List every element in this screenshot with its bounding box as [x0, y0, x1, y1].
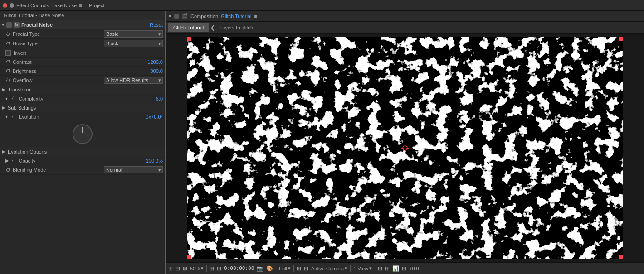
fractal-type-row: ⏱ Fractal Type Basic [0, 29, 165, 39]
base-noise-title: Base Noise [51, 3, 77, 8]
overflow-dropdown-wrapper: Allow HDR Results [104, 77, 163, 84]
opacity-value[interactable]: 100.0% [146, 158, 163, 163]
transform-expand[interactable]: ▶ [2, 87, 6, 92]
render-icon[interactable]: ⊞ [297, 265, 301, 272]
sub-settings-expand[interactable]: ▶ [2, 105, 6, 110]
corner-marker-br [619, 255, 623, 259]
opacity-expand[interactable]: ▶ [5, 158, 10, 163]
complexity-expand[interactable]: ▾ [5, 96, 10, 101]
camera-arrow: ▾ [345, 265, 347, 271]
tab-bar: Glitch Tutorial ❮ Layers to glitch [166, 22, 644, 34]
opacity-stopwatch[interactable]: ⏱ [11, 158, 17, 163]
zoom-dropdown[interactable]: 50% ▾ [190, 265, 204, 271]
preview-icon[interactable]: ⊞ [168, 265, 173, 272]
blending-mode-select[interactable]: Normal [104, 166, 163, 173]
tab-layers[interactable]: Layers to glitch [217, 24, 256, 32]
blending-mode-stopwatch[interactable]: ⏱ [5, 167, 11, 173]
sync-icon[interactable]: ⊟ [402, 265, 406, 272]
minimize-button[interactable] [10, 3, 14, 8]
fit-icon[interactable]: ⊟ [176, 265, 180, 272]
effect-header: ▾ fx Fractal Noise Reset [0, 20, 165, 29]
separator-1 [206, 265, 207, 272]
contrast-stopwatch[interactable]: ⏱ [5, 59, 11, 65]
sub-settings-section: ▶ Sub Settings [0, 103, 165, 112]
project-tab[interactable]: Project [89, 3, 104, 8]
opacity-row: ▶ ⏱ Opacity 100.0% [0, 156, 165, 165]
grid-icon[interactable]: ⊞ [210, 265, 214, 272]
region-icon[interactable]: ⊠ [183, 265, 187, 272]
invert-label: Invert [14, 50, 163, 56]
complexity-value[interactable]: 6.0 [156, 96, 163, 101]
exposure-1-icon[interactable]: ⊡ [378, 265, 382, 272]
evolution-stopwatch[interactable]: ⏱ [11, 114, 17, 120]
reset-button[interactable]: Reset [150, 22, 163, 28]
view-value: 1 View [353, 266, 368, 271]
dial-indicator [82, 127, 83, 133]
noise-type-stopwatch[interactable]: ⏱ [5, 41, 11, 46]
snap-icon[interactable]: ⊡ [217, 265, 221, 272]
evolution-expand[interactable]: ▾ [5, 114, 10, 119]
close-button[interactable] [3, 3, 7, 8]
timecode[interactable]: 0:00:00:00 [224, 265, 254, 271]
quality-arrow: ▾ [288, 265, 291, 271]
color-icon[interactable]: 🎨 [266, 265, 273, 272]
camera-icon[interactable]: 📷 [257, 265, 263, 272]
exposure-2-icon[interactable]: ⊞ [385, 265, 390, 272]
comp-label: Composition [190, 14, 218, 19]
overflow-select[interactable]: Allow HDR Results [104, 77, 163, 84]
separator-5 [375, 265, 375, 272]
evolution-value[interactable]: 0x+0.0° [146, 114, 163, 120]
brightness-value[interactable]: -300.0 [149, 68, 163, 74]
overflow-stopwatch[interactable]: ⏱ [5, 77, 11, 83]
contrast-row: ⏱ Contrast 1200.0 [0, 58, 165, 67]
offset-value: +0.0 [409, 266, 419, 271]
view-dropdown[interactable]: 1 View ▾ [353, 265, 372, 271]
fractal-type-select[interactable]: Basic [104, 30, 163, 38]
comp-header: × 🎬 Composition Glitch Tutorial ≡ [166, 11, 644, 22]
evolution-options-section: ▶ Evolution Options [0, 147, 165, 156]
comp-name: Glitch Tutorial [221, 14, 251, 19]
effect-visibility-checkbox[interactable] [6, 22, 12, 28]
complexity-stopwatch[interactable]: ⏱ [11, 96, 17, 101]
evolution-label: Evolution [19, 114, 146, 120]
effect-expand-arrow[interactable]: ▾ [2, 22, 5, 28]
view-arrow: ▾ [369, 265, 372, 271]
camera-value: Active Camera [311, 266, 344, 271]
snapshot-icon[interactable]: 📊 [392, 265, 399, 272]
effect-controls-panel-header: Effect Controls Base Noise ≡ Project [0, 0, 107, 10]
main-layout: Glitch Tutorial • Base Noise ▾ fx Fracta… [0, 11, 644, 274]
right-panel: × 🎬 Composition Glitch Tutorial ≡ Glitch… [166, 11, 644, 274]
quality-dropdown[interactable]: Full ▾ [279, 265, 291, 271]
fx-badge: fx [14, 22, 20, 28]
comp-menu-icon[interactable]: ≡ [254, 14, 257, 19]
evolution-options-label: Evolution Options [8, 149, 47, 154]
noise-type-row: ⏱ Noise Type Block [0, 39, 165, 48]
corner-marker-bl [187, 255, 191, 259]
overflow-row: ⏱ Overflow Allow HDR Results [0, 76, 165, 85]
tab-glitch-tutorial[interactable]: Glitch Tutorial [168, 23, 209, 32]
brightness-stopwatch[interactable]: ⏱ [5, 68, 11, 74]
camera-dropdown[interactable]: Active Camera ▾ [311, 265, 347, 271]
overflow-label: Overflow [13, 77, 104, 83]
complexity-label: Complexity [19, 96, 156, 101]
tab-arrow[interactable]: ❮ [210, 24, 215, 31]
fractal-type-dropdown-wrapper: Basic [104, 30, 163, 38]
contrast-value[interactable]: 1200.0 [147, 59, 163, 65]
blending-mode-row: ⏱ Blending Mode Normal [0, 165, 165, 175]
top-bar: Effect Controls Base Noise ≡ Project [0, 0, 644, 11]
panel-menu-icon[interactable]: ≡ [79, 2, 82, 9]
effect-controls-title: Effect Controls [16, 3, 49, 8]
bottom-toolbar: ⊞ ⊟ ⊠ 50% ▾ ⊞ ⊡ 0:00:00:00 📷 🎨 Full ▾ ⊞ … [166, 262, 644, 274]
left-panel: Glitch Tutorial • Base Noise ▾ fx Fracta… [0, 11, 166, 274]
toggle-icon[interactable]: ⊟ [304, 265, 308, 272]
center-crosshair [401, 144, 409, 152]
invert-checkbox[interactable] [5, 50, 11, 56]
corner-marker-tr [619, 37, 623, 41]
evolution-dial[interactable] [73, 124, 93, 144]
evolution-options-expand[interactable]: ▶ [2, 149, 6, 154]
comp-close-button[interactable]: × [168, 13, 171, 19]
brightness-row: ⏱ Brightness -300.0 [0, 67, 165, 76]
noise-type-select[interactable]: Block [104, 40, 163, 47]
fractal-type-stopwatch[interactable]: ⏱ [5, 31, 11, 37]
composition-canvas[interactable] [187, 37, 623, 259]
